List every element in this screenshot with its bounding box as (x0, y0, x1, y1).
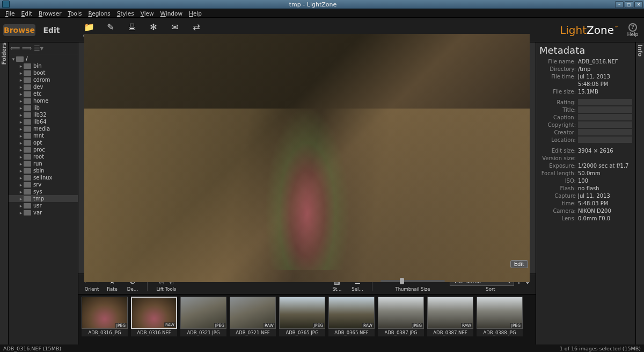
print-icon: 🖶 (126, 21, 138, 33)
folder-lib32[interactable]: ▸lib32 (9, 111, 78, 118)
folder-media[interactable]: ▸media (9, 125, 78, 132)
mode-edit[interactable]: Edit (35, 24, 68, 36)
thumb-ADB_0321.NEF[interactable]: RAWADB_0321.NEF (230, 297, 276, 336)
window-titlebar: tmp - LightZone – ▢ ✕ (0, 0, 644, 9)
folder-etc[interactable]: ▸etc (9, 90, 78, 97)
menu-edit[interactable]: Edit (18, 10, 35, 17)
folder-sbin[interactable]: ▸sbin (9, 167, 78, 174)
menu-browser[interactable]: Browser (35, 10, 65, 17)
thumb-caption: ADB_0321.JPG (180, 329, 226, 336)
meta-versionsize: Version size: (539, 155, 632, 162)
menu-view[interactable]: View (137, 10, 157, 17)
folder-bin[interactable]: ▸bin (9, 62, 78, 69)
nav-menu-icon[interactable]: ☰▾ (34, 44, 43, 53)
thumb-ADB_0388.JPG[interactable]: JPEGADB_0388.JPG (477, 297, 523, 336)
meta-input[interactable] (578, 121, 632, 128)
folder-boot[interactable]: ▸boot (9, 69, 78, 76)
maximize-button[interactable]: ▢ (625, 1, 633, 8)
preview-area[interactable]: Edit (78, 42, 536, 274)
app-logo: LightZone™ (560, 24, 619, 37)
thumb-image: JPEG (477, 297, 523, 329)
meta-camera: Camera:NIKON D200 (539, 207, 632, 215)
folder-srv[interactable]: ▸srv (9, 181, 78, 188)
folder-sys[interactable]: ▸sys (9, 188, 78, 195)
thumb-image: JPEG (378, 297, 424, 329)
folder-dev[interactable]: ▸dev (9, 83, 78, 90)
folder-root[interactable]: ▾/ (9, 55, 78, 62)
folder-selinux[interactable]: ▸selinux (9, 174, 78, 181)
thumb-ADB_0387.JPG[interactable]: JPEGADB_0387.JPG (378, 297, 424, 336)
folder-cdrom[interactable]: ▸cdrom (9, 76, 78, 83)
meta-location[interactable]: Location: (539, 137, 632, 144)
thumb-ADB_0316.NEF[interactable]: RAWADB_0316.NEF (131, 297, 177, 336)
thumb-ADB_0316.JPG[interactable]: JPEGADB_0316.JPG (82, 297, 128, 336)
menu-help[interactable]: Help (186, 10, 205, 17)
folder-run[interactable]: ▸run (9, 160, 78, 167)
meta-flash: Flash:no flash (539, 185, 632, 192)
meta-lens: Lens:0.0mm F0.0 (539, 215, 632, 222)
meta-input[interactable] (578, 129, 632, 135)
folder-opt[interactable]: ▸opt (9, 139, 78, 146)
meta-caption[interactable]: Caption: (539, 114, 632, 121)
menu-regions[interactable]: Regions (85, 10, 113, 17)
meta-directory: Directory:/tmp (539, 66, 632, 73)
folders-toolbar: ⟸ ⟹ ☰▾ (9, 42, 78, 54)
thumb-ADB_0321.JPG[interactable]: JPEGADB_0321.JPG (180, 297, 226, 336)
meta-title[interactable]: Title: (539, 106, 632, 114)
thumb-image: RAW (328, 297, 375, 329)
format-badge: RAW (164, 322, 175, 327)
folder-home[interactable]: ▸home (9, 97, 78, 104)
window-controls: – ▢ ✕ (614, 1, 644, 8)
format-badge: JPEG (510, 323, 522, 328)
meta-copyright[interactable]: Copyright: (539, 121, 632, 129)
nav-fwd-icon[interactable]: ⟹ (23, 44, 31, 53)
thumb-ADB_0365.NEF[interactable]: RAWADB_0365.NEF (328, 297, 375, 336)
meta-input[interactable] (578, 99, 632, 105)
close-button[interactable]: ✕ (634, 1, 643, 8)
edit-badge[interactable]: Edit (510, 260, 528, 268)
format-badge: JPEG (313, 323, 324, 328)
menu-file[interactable]: File (2, 10, 18, 17)
thumb-image: JPEG (180, 297, 226, 329)
folder-mnt[interactable]: ▸mnt (9, 132, 78, 139)
meta-creator[interactable]: Creator: (539, 129, 632, 137)
meta-input[interactable] (578, 114, 632, 120)
thumbnail-size-slider[interactable] (380, 280, 445, 282)
folder-usr[interactable]: ▸usr (9, 202, 78, 209)
folder-lib64[interactable]: ▸lib64 (9, 118, 78, 125)
meta-rating[interactable]: Rating: (539, 99, 632, 106)
folder-tmp[interactable]: ▸tmp (9, 195, 78, 202)
status-right: 1 of 16 images selected (15MB) (560, 346, 641, 351)
minimize-button[interactable]: – (615, 1, 624, 8)
menu-tools[interactable]: Tools (65, 10, 85, 17)
filmstrip[interactable]: JPEGADB_0316.JPGRAWADB_0316.NEFJPEGADB_0… (78, 294, 536, 344)
thumb-ADB_0365.JPG[interactable]: JPEGADB_0365.JPG (279, 297, 325, 336)
menubar: FileEditBrowserToolsRegionsStylesViewWin… (0, 9, 644, 18)
thumb-caption: ADB_0387.JPG (378, 329, 424, 336)
info-tab[interactable]: Info (635, 42, 644, 344)
meta-capturetime: Capture time:Jul 11, 2013 5:48:03 PM (539, 192, 632, 207)
thumb-image: RAW (230, 297, 276, 329)
mode-browse[interactable]: Browse (3, 24, 35, 36)
menu-styles[interactable]: Styles (114, 10, 137, 17)
mode-switch: Browse Edit (3, 24, 68, 36)
thumb-caption: ADB_0387.NEF (427, 329, 473, 336)
folders-tab[interactable]: Folders (0, 42, 9, 344)
preview-image (84, 34, 530, 282)
nav-back-icon[interactable]: ⟸ (11, 44, 19, 53)
status-bar: ADB_0316.NEF (15MB) 1 of 16 images selec… (0, 344, 644, 352)
folder-root[interactable]: ▸root (9, 153, 78, 160)
menu-window[interactable]: Window (157, 10, 186, 17)
meta-input[interactable] (578, 106, 632, 113)
folder-tree[interactable]: ▾/▸bin▸boot▸cdrom▸dev▸etc▸home▸lib▸lib32… (9, 54, 78, 344)
folder-proc[interactable]: ▸proc (9, 146, 78, 153)
folder-lib[interactable]: ▸lib (9, 104, 78, 111)
meta-focallength: Focal length:50.0mm (539, 170, 632, 177)
center-panel: Edit ↶ ↷ Orient ★ Rate ⊘ De… (78, 42, 536, 344)
help-button[interactable]: ? Help (625, 23, 641, 37)
folder-var[interactable]: ▸var (9, 209, 78, 216)
meta-iso: ISO:100 (539, 177, 632, 185)
thumb-ADB_0387.NEF[interactable]: RAWADB_0387.NEF (427, 297, 473, 336)
convert-icon: ⇄ (191, 21, 202, 33)
meta-input[interactable] (578, 137, 632, 143)
